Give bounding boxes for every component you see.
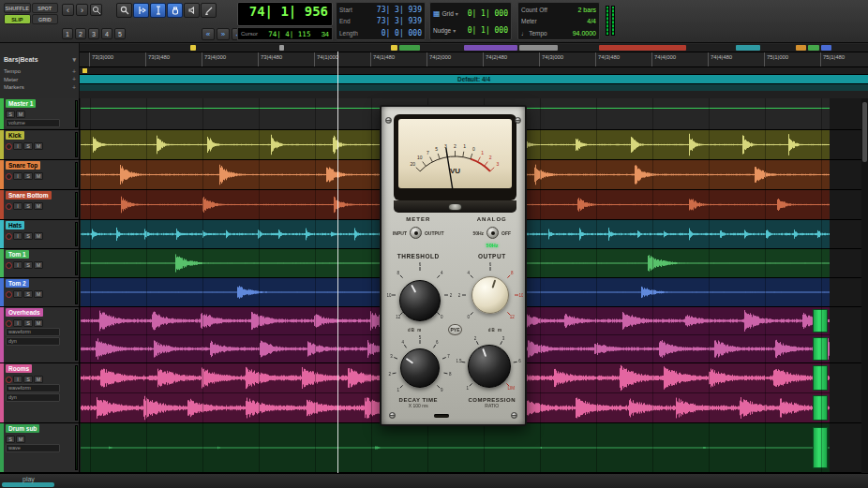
decay-time-knob[interactable]: [400, 348, 440, 388]
chevron-down-icon[interactable]: ▾: [72, 56, 76, 64]
scrollbar-thumb[interactable]: [862, 102, 867, 162]
track-view-selector[interactable]: waveform: [6, 384, 60, 392]
track-button-s[interactable]: S: [23, 290, 33, 298]
audio-clip[interactable]: [81, 423, 830, 473]
selector-tool-button[interactable]: [150, 3, 166, 18]
track-button-i[interactable]: I: [13, 261, 22, 269]
track-button-s[interactable]: S: [6, 111, 15, 118]
track-name[interactable]: Snare Bottom: [6, 191, 52, 200]
track-view-selector[interactable]: dyn: [6, 393, 60, 402]
zoom-tool-button[interactable]: [116, 3, 132, 18]
track-name[interactable]: Tom 1: [6, 250, 29, 259]
track-button-i[interactable]: I: [13, 172, 22, 180]
track-header-kick[interactable]: KickISM: [0, 130, 80, 159]
main-location-value[interactable]: 74| 1| 956: [242, 4, 328, 20]
timeline-marker[interactable]: [821, 45, 831, 51]
nudge-value[interactable]: 0| 1| 000: [468, 26, 508, 35]
record-enable-button[interactable]: [6, 143, 12, 150]
timeline-marker[interactable]: [391, 45, 397, 51]
start-value[interactable]: 73| 3| 939: [377, 6, 422, 14]
track-button-i[interactable]: I: [13, 142, 22, 150]
link-timeline-edit-button[interactable]: »: [217, 28, 230, 40]
grid-icon[interactable]: ▦: [433, 9, 441, 18]
zoom-preset-4[interactable]: 4: [101, 28, 112, 39]
tempo-ruler-label[interactable]: Tempo +: [0, 67, 80, 75]
clip-segment[interactable]: [813, 337, 828, 360]
track-button-m[interactable]: M: [16, 111, 25, 118]
track-name[interactable]: Hats: [6, 221, 24, 229]
track-button-s[interactable]: S: [23, 261, 33, 269]
track-button-m[interactable]: M: [34, 376, 43, 383]
meter-event-label[interactable]: Default: 4/4: [457, 76, 490, 82]
timeline-marker[interactable]: [808, 45, 819, 51]
track-button-i[interactable]: I: [13, 319, 22, 327]
zoom-preset-2[interactable]: 2: [75, 28, 86, 39]
meter-source-switch[interactable]: [410, 227, 422, 239]
tab-to-transient-button[interactable]: «: [202, 28, 215, 40]
track-button-i[interactable]: I: [13, 376, 22, 383]
record-enable-button[interactable]: [6, 173, 12, 180]
grabber-tool-button[interactable]: [167, 3, 183, 18]
track-header-drum-sub[interactable]: Drum subSMwave: [0, 423, 80, 472]
pencil-tool-button[interactable]: [201, 3, 217, 18]
track-button-m[interactable]: M: [16, 436, 25, 443]
edit-mode-shuffle[interactable]: SHUFFLE: [4, 3, 31, 13]
zoomer-tool-button[interactable]: [90, 4, 102, 16]
zoom-out-button[interactable]: ‹: [62, 4, 74, 16]
track-name[interactable]: Kick: [6, 131, 24, 140]
track-header-tom-2[interactable]: Tom 2ISM: [0, 278, 80, 306]
track-header-snare-top[interactable]: Snare TopISM: [0, 160, 80, 189]
scrubber-tool-button[interactable]: [184, 3, 200, 18]
zoom-preset-1[interactable]: 1: [62, 28, 73, 39]
horizontal-scrollbar-thumb[interactable]: [2, 482, 54, 487]
track-name[interactable]: Tom 2: [6, 279, 29, 288]
zoom-in-button[interactable]: ›: [76, 4, 88, 16]
output-knob[interactable]: [471, 276, 509, 314]
add-meter-icon[interactable]: +: [72, 76, 76, 82]
timeline-marker[interactable]: [519, 45, 558, 51]
tempo-label[interactable]: Tempo: [529, 30, 547, 37]
track-button-m[interactable]: M: [34, 142, 43, 150]
track-button-s[interactable]: S: [23, 232, 33, 240]
markers-ruler-label[interactable]: Markers +: [0, 83, 80, 91]
track-view-selector[interactable]: volume: [6, 119, 60, 127]
meter-ruler[interactable]: Default: 4/4: [80, 75, 868, 83]
clip-segment[interactable]: [813, 395, 828, 420]
clip-segment[interactable]: [813, 427, 828, 468]
clip-segment[interactable]: [813, 309, 828, 332]
chevron-down-icon[interactable]: ▾: [456, 10, 458, 17]
track-button-s[interactable]: S: [23, 319, 33, 327]
track-header-master-1[interactable]: Master 1SMvolume: [0, 98, 80, 129]
track-button-m[interactable]: M: [34, 232, 43, 240]
length-value[interactable]: 0| 0| 000: [382, 29, 422, 37]
timeline-marker[interactable]: [399, 45, 420, 51]
add-tempo-icon[interactable]: +: [72, 68, 76, 75]
bars-beats-ruler[interactable]: 73|3|00073|3|48073|4|00073|4|48074|1|000…: [80, 52, 868, 67]
edit-mode-grid[interactable]: GRID: [32, 14, 59, 24]
track-name[interactable]: Drum sub: [6, 424, 39, 433]
compression-ratio-knob[interactable]: [468, 345, 511, 388]
track-header-rooms[interactable]: RoomsISMwaveformdyn: [0, 363, 80, 422]
zoom-preset-3[interactable]: 3: [88, 28, 99, 39]
tempo-ruler[interactable]: [80, 67, 868, 75]
vertical-scrollbar[interactable]: [861, 98, 868, 473]
record-enable-button[interactable]: [6, 203, 12, 210]
track-button-s[interactable]: S: [23, 202, 33, 210]
track-view-selector[interactable]: waveform: [6, 328, 60, 336]
grid-value[interactable]: 0| 1| 000: [468, 9, 508, 18]
analog-switch[interactable]: [486, 227, 499, 239]
timeline-marker[interactable]: [796, 45, 806, 51]
meter-label[interactable]: Meter: [521, 18, 537, 24]
trim-tool-button[interactable]: [133, 3, 149, 18]
timeline-marker[interactable]: [190, 45, 196, 51]
track-name[interactable]: Master 1: [6, 99, 36, 108]
record-enable-button[interactable]: [6, 291, 12, 298]
threshold-knob[interactable]: [399, 280, 441, 321]
track-name[interactable]: Rooms: [6, 364, 32, 373]
track-button-i[interactable]: I: [13, 232, 22, 240]
timeline-marker[interactable]: [736, 45, 760, 51]
track-button-m[interactable]: M: [34, 261, 43, 269]
main-counter-display[interactable]: 74| 1| 956: [237, 2, 333, 26]
markers-ruler[interactable]: [80, 83, 868, 91]
record-enable-button[interactable]: [6, 233, 12, 240]
